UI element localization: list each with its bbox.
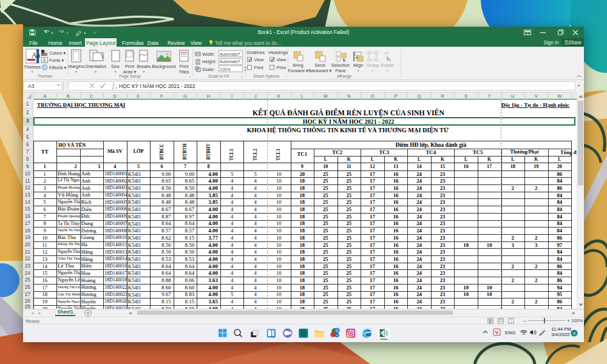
svg-text:ENG: ENG bbox=[505, 330, 515, 335]
svg-text:V: V bbox=[495, 329, 499, 335]
svg-text:A: A bbox=[42, 58, 46, 63]
svg-text:N: N bbox=[336, 334, 338, 337]
svg-text:Aa: Aa bbox=[32, 51, 41, 59]
svg-text:4: 4 bbox=[573, 331, 575, 336]
svg-text:X: X bbox=[380, 330, 384, 336]
svg-text:x: x bbox=[115, 85, 118, 89]
svg-text:K: K bbox=[336, 329, 339, 332]
